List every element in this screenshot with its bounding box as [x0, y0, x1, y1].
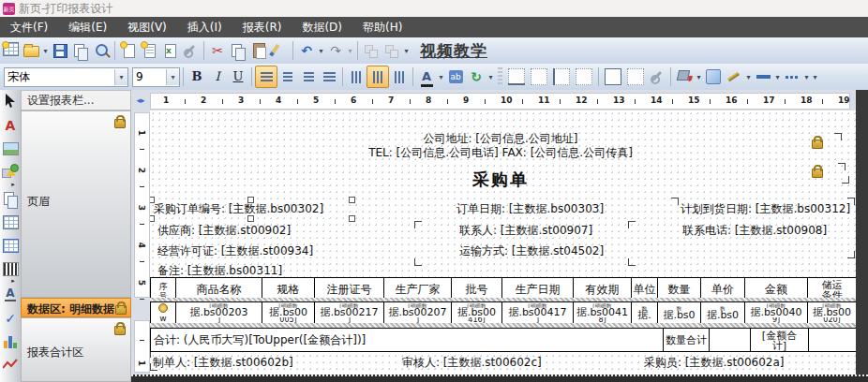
font-color-button[interactable]: A	[416, 66, 437, 87]
band-detail-data[interactable]: 数据区: 明细数据	[21, 298, 131, 317]
valign-top-button[interactable]	[346, 66, 367, 87]
undo-dropdown[interactable]: ▾	[317, 47, 325, 55]
cell-field[interactable]: [明细数据.bs00005]	[262, 302, 315, 324]
line-weight-dropdown[interactable]: ▾	[773, 73, 782, 81]
save-button[interactable]	[51, 40, 69, 61]
fill-color-button[interactable]	[675, 66, 694, 87]
cell-field[interactable]: [明细数据.bs00207]	[384, 302, 452, 324]
border-outline-button[interactable]	[605, 68, 621, 85]
menu-file[interactable]: 文件(F)	[0, 17, 58, 37]
font-color-dropdown[interactable]: ▾	[437, 73, 445, 81]
undo-button[interactable]: ↶	[297, 40, 316, 61]
copy-button[interactable]	[229, 40, 247, 61]
menu-data[interactable]: 数据(D)	[292, 17, 352, 37]
field-contact[interactable]: 联系人: [主数据.st00907]	[459, 223, 592, 239]
line-style-button[interactable]	[782, 66, 802, 87]
valign-middle-button[interactable]	[367, 66, 389, 88]
cell-field[interactable]: 数据.bs0	[658, 302, 701, 324]
crosstab-tool[interactable]	[2, 237, 19, 254]
richtext-tool[interactable]: A	[2, 286, 19, 303]
border-settings-button[interactable]	[648, 66, 666, 87]
shape-tool[interactable]	[2, 164, 19, 181]
cell-field[interactable]: [明细数据.bs00409]	[745, 302, 808, 324]
video-tutorial-link[interactable]: 视频教学	[420, 40, 487, 62]
line-weight-button[interactable]	[753, 66, 773, 87]
cell-field[interactable]: [明细数据.bs00020]	[808, 302, 857, 324]
cell-field[interactable]: [明细数据.bs00417]	[502, 302, 574, 324]
table-tool[interactable]	[2, 213, 19, 230]
field-transport[interactable]: 运输方式: [主数据.st04502]	[459, 243, 604, 259]
border-left-button[interactable]	[553, 68, 570, 85]
bold-button[interactable]: B	[187, 66, 207, 87]
border-all-button[interactable]	[576, 68, 592, 85]
cell-field[interactable]: 数据.	[632, 302, 658, 324]
italic-button[interactable]: I	[207, 66, 228, 87]
font-name-combo[interactable]: 宋体 ▾	[4, 67, 128, 87]
empty-cell[interactable]	[809, 329, 857, 352]
menu-edit[interactable]: 编辑(E)	[58, 17, 117, 37]
field-order-no[interactable]: 采购订单编号: [主数据.bs00302]	[154, 201, 323, 217]
field-contact-phone[interactable]: 联系电话: [主数据.st00908]	[682, 223, 827, 239]
detail-table-row[interactable]: w [明细数据.bs00203] [明细数据.bs00005] [明细数据.bs…	[150, 301, 856, 324]
field-buyer[interactable]: 采购员: [主数据.st00602a]	[644, 355, 785, 371]
subreport-tool[interactable]	[2, 190, 19, 207]
barchart-tool[interactable]	[2, 333, 19, 350]
field-supplier[interactable]: 供应商: [主数据.st00902]	[157, 223, 291, 239]
toolbar-grab-handle[interactable]	[498, 67, 502, 86]
shade-button[interactable]	[703, 66, 724, 87]
new-page-button[interactable]	[119, 40, 138, 61]
menu-view[interactable]: 视图(V)	[117, 17, 177, 37]
cut-button[interactable]: ✂	[208, 40, 227, 61]
border-none-button[interactable]	[531, 68, 547, 85]
settings-wrench-button[interactable]	[181, 40, 200, 61]
open-dropdown[interactable]: ▾	[41, 47, 50, 55]
cell-field[interactable]: [明细数据.bs00203]	[176, 302, 262, 324]
image-tool[interactable]	[2, 140, 19, 157]
menu-insert[interactable]: 插入(I)	[177, 17, 232, 37]
field-order-date[interactable]: 订单日期: [主数据.bs00303]	[456, 201, 604, 217]
format-painter-button[interactable]	[270, 40, 289, 61]
cell-field[interactable]: 数据.bs0	[701, 302, 745, 324]
report-canvas[interactable]: 公司地址: [公司信息.公司地址] TEL: [公司信息.公司电话] FAX: …	[150, 110, 856, 375]
align-center-button[interactable]	[277, 66, 298, 87]
barcode-tool[interactable]	[2, 260, 19, 277]
highlight-button[interactable]: ab	[445, 66, 466, 87]
font-size-combo[interactable]: 9 ▾	[132, 67, 180, 87]
refresh-button[interactable]: ↻	[466, 66, 486, 87]
paste-button[interactable]	[249, 40, 268, 61]
select-tool[interactable]	[2, 94, 19, 110]
border-inside-button[interactable]	[627, 68, 644, 85]
totals-row[interactable]: 合计: (人民币大写)[ToUpper([金额合计])] 数量合计 [金额合计]	[150, 328, 856, 352]
line-color-dropdown[interactable]: ▾	[744, 73, 753, 81]
print-preview-button[interactable]	[92, 40, 111, 61]
empty-cell[interactable]	[710, 329, 751, 352]
valign-bottom-button[interactable]	[389, 66, 410, 87]
new-report-button[interactable]	[1, 40, 20, 61]
border-bottom-button[interactable]	[508, 68, 525, 85]
cell-row-number[interactable]: w	[151, 302, 176, 324]
band-report-total[interactable]: 报表合计区	[21, 317, 131, 382]
align-left-button[interactable]	[255, 66, 277, 88]
linechart-tool[interactable]	[2, 357, 19, 374]
chevron-down-icon[interactable]: ▾	[114, 69, 127, 85]
selection-handle[interactable]	[349, 197, 355, 203]
band-page-header[interactable]: 页眉	[21, 110, 131, 298]
company-telfax-field[interactable]: TEL: [公司信息.公司电话] FAX: [公司信息.公司传真]	[266, 145, 735, 161]
toolbar-overflow[interactable]: ▾	[486, 73, 495, 81]
qty-total-cell[interactable]: 数量合计	[664, 329, 710, 352]
field-planned-date[interactable]: 计划到货日期: [主数据.bs00312]	[681, 201, 850, 217]
line-style-dropdown[interactable]: ▾	[802, 73, 811, 81]
selection-handle[interactable]	[349, 215, 355, 222]
line-color-button[interactable]	[725, 66, 743, 87]
align-right-button[interactable]	[298, 66, 319, 87]
align-justify-button[interactable]	[319, 66, 339, 87]
menu-report[interactable]: 报表(R)	[232, 17, 292, 37]
menu-help[interactable]: 帮助(H)	[352, 17, 412, 37]
save-as-pages-button[interactable]	[71, 40, 90, 61]
export-button[interactable]: x	[160, 40, 179, 61]
amount-total-cell[interactable]: [金额合计]	[751, 329, 809, 352]
new-template-button[interactable]	[140, 40, 158, 61]
field-maker[interactable]: 制单人: [主数据.st00602b]	[153, 355, 293, 371]
label-tool[interactable]: A	[2, 117, 19, 134]
toolbar-overflow[interactable]: ▾	[811, 73, 819, 81]
